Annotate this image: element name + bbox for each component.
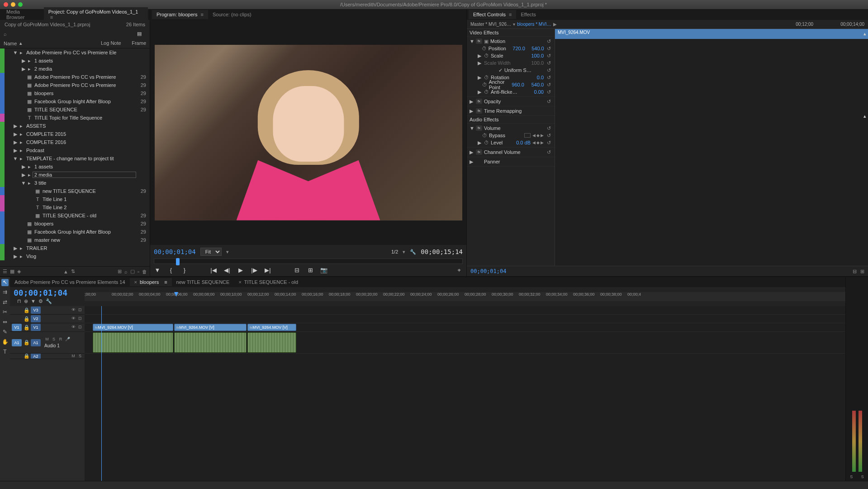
solo-button[interactable]: S: [77, 354, 83, 359]
sync-lock-icon[interactable]: ⊡: [77, 325, 83, 330]
channel-volume-effect[interactable]: ▶ fx Channel Volume ↺: [470, 149, 552, 156]
stopwatch-icon[interactable]: ⏱: [482, 133, 487, 138]
reset-icon[interactable]: ↺: [545, 89, 552, 95]
tree-row[interactable]: TTitle Line 2: [0, 203, 150, 211]
sequence-tab[interactable]: Adobe Premiere Pro CC vs Premiere Elemen…: [10, 278, 130, 286]
volume-effect[interactable]: ▼ fx Volume ↺: [470, 125, 552, 132]
tree-row[interactable]: ▶▸COMPLETE 2016: [0, 138, 150, 146]
stopwatch-icon[interactable]: ⏱: [482, 46, 487, 51]
window-close-button[interactable]: [4, 2, 8, 7]
anchor-x[interactable]: 960.0: [506, 82, 524, 87]
position-y[interactable]: 540.0: [527, 46, 544, 51]
twisty-icon[interactable]: ▶: [478, 53, 482, 59]
go-to-in-icon[interactable]: |◀: [210, 267, 217, 273]
tree-row[interactable]: ▶▸Podcast: [0, 146, 150, 154]
tree-row[interactable]: ▶▸1 assets: [0, 57, 150, 65]
eye-icon[interactable]: 👁: [71, 325, 76, 330]
effect-controls-tab[interactable]: Effect Controls ≡: [469, 10, 516, 19]
video-clip[interactable]: fxMVI_9264.MOV [V]: [93, 324, 173, 331]
twisty-icon[interactable]: ▶: [13, 131, 18, 137]
timeline-ruler[interactable]: ;00;0000;00;02;0000;00;04;0000;00;06;000…: [85, 292, 845, 301]
track-target-a1[interactable]: A1: [31, 339, 41, 346]
program-viewer[interactable]: [150, 20, 466, 245]
twisty-icon[interactable]: ▶: [13, 148, 18, 153]
twisty-icon[interactable]: ▼: [470, 38, 474, 44]
button-editor-icon[interactable]: +: [455, 267, 463, 273]
twisty-icon[interactable]: ▶: [478, 89, 482, 95]
project-tree[interactable]: ▼▸Adobe Premiere Pro CC vs Premiere Ele▶…: [0, 48, 150, 266]
fx-badge-icon[interactable]: fx: [476, 108, 482, 114]
audio-clip[interactable]: [174, 332, 247, 353]
col-frame-header[interactable]: Frame: [128, 40, 146, 46]
step-forward-icon[interactable]: |▶: [251, 267, 258, 273]
twisty-icon[interactable]: ▶: [21, 172, 26, 178]
tree-row[interactable]: ▦bloopers29: [0, 89, 150, 97]
reset-icon[interactable]: ↺: [545, 60, 552, 66]
twisty-icon[interactable]: ▶: [470, 149, 474, 155]
track-target-v2[interactable]: V2: [31, 315, 41, 322]
record-button[interactable]: R: [58, 337, 63, 342]
solo-right[interactable]: S: [861, 475, 864, 479]
selection-tool-icon[interactable]: ↖: [1, 279, 9, 286]
antiflicker-property[interactable]: ▶ ⏱ Anti-flicke… 0.00 ↺: [470, 88, 552, 96]
twisty-icon[interactable]: ▶: [13, 123, 18, 129]
add-keyframe-icon[interactable]: ◆: [536, 133, 540, 138]
freeform-view-icon[interactable]: ◈: [17, 268, 21, 274]
fx-badge-icon[interactable]: fx: [476, 99, 482, 104]
twisty-icon[interactable]: ▼: [21, 180, 26, 186]
snap-icon[interactable]: ⊓: [17, 298, 21, 304]
anchor-y[interactable]: 540.0: [526, 82, 544, 87]
track-target-v3[interactable]: V3: [31, 307, 41, 314]
type-tool-icon[interactable]: T: [1, 349, 9, 356]
close-icon[interactable]: ×: [238, 279, 241, 285]
twisty-icon[interactable]: ▶: [21, 66, 26, 72]
sequence-tab[interactable]: ×TITLE SEQUENCE - old: [234, 278, 303, 286]
next-keyframe-icon[interactable]: ▶: [541, 133, 544, 138]
lock-icon[interactable]: 🔒: [24, 307, 29, 313]
effects-tab[interactable]: Effects: [516, 10, 540, 19]
rotation-value[interactable]: 0.0: [526, 75, 544, 80]
add-marker-icon[interactable]: ▼: [154, 267, 161, 273]
reset-icon[interactable]: ↺: [545, 75, 552, 81]
icon-view-icon[interactable]: ▦: [10, 268, 14, 274]
col-name-header[interactable]: Name: [4, 41, 17, 46]
tree-row[interactable]: TTitle Line 1: [0, 195, 150, 203]
effects-timecode[interactable]: 00;00;01;04: [470, 268, 506, 274]
mute-button[interactable]: M: [44, 337, 50, 342]
source-patch-v1[interactable]: V1: [12, 324, 22, 331]
uniform-scale-property[interactable]: ✓ Uniform S… ↺: [470, 67, 552, 74]
bins-filter-icon[interactable]: ▤: [137, 31, 142, 37]
search-icon[interactable]: ⌕: [4, 31, 7, 37]
mark-out-icon[interactable]: }: [181, 267, 188, 273]
twisty-icon[interactable]: ▶: [478, 75, 482, 81]
track-header-a1[interactable]: A1 🔒 A1 M S R 🎤 Audio 1: [10, 332, 85, 354]
lock-icon[interactable]: 🔒: [24, 325, 29, 331]
track-select-tool-icon[interactable]: ⇉: [1, 289, 9, 296]
twisty-icon[interactable]: ▶: [13, 245, 18, 251]
video-clip[interactable]: fxMVI_9264.MOV [V]: [247, 324, 296, 331]
tree-row[interactable]: ▦Adobe Premiere Pro CC vs Premiere29: [0, 81, 150, 89]
tree-row[interactable]: ▼▸Adobe Premiere Pro CC vs Premiere Ele: [0, 48, 150, 57]
stopwatch-icon[interactable]: ⏱: [484, 140, 489, 145]
bypass-property[interactable]: ⏱ Bypass ◀◆▶ ↺: [470, 132, 552, 139]
tree-row[interactable]: ▦Facebook Group Inight After Bloop29: [0, 228, 150, 236]
time-remapping-effect[interactable]: ▶ fx Time Remapping: [470, 107, 552, 115]
antiflicker-value[interactable]: 0.00: [526, 89, 544, 95]
track-target-a2[interactable]: A2: [31, 354, 41, 359]
tree-row[interactable]: ▦bloopers29: [0, 220, 150, 228]
position-property[interactable]: ⏱ Position 720.0 540.0 ↺: [470, 45, 552, 52]
level-value[interactable]: 0.0 dB: [512, 140, 531, 145]
window-maximize-button[interactable]: [18, 2, 23, 7]
tree-row[interactable]: ▶▸TRAILER: [0, 244, 150, 252]
eye-icon[interactable]: 👁: [71, 316, 76, 321]
zoom-out-icon[interactable]: ⊟: [853, 268, 857, 274]
twisty-icon[interactable]: ▶: [478, 140, 482, 146]
fx-badge-icon[interactable]: fx: [476, 149, 482, 155]
tree-row[interactable]: ▶▸2 media: [0, 65, 150, 73]
tree-row[interactable]: ▦new TITLE SEQUENCE29: [0, 187, 150, 195]
voice-over-icon[interactable]: 🎤: [65, 337, 70, 342]
scale-value[interactable]: 100.0: [526, 53, 544, 58]
sequence-clip-link[interactable]: bloopers * MVI…: [517, 22, 551, 27]
motion-effect[interactable]: ▼ fx ▣ Motion ↺: [470, 38, 552, 45]
wrench-icon[interactable]: 🔧: [46, 298, 52, 304]
